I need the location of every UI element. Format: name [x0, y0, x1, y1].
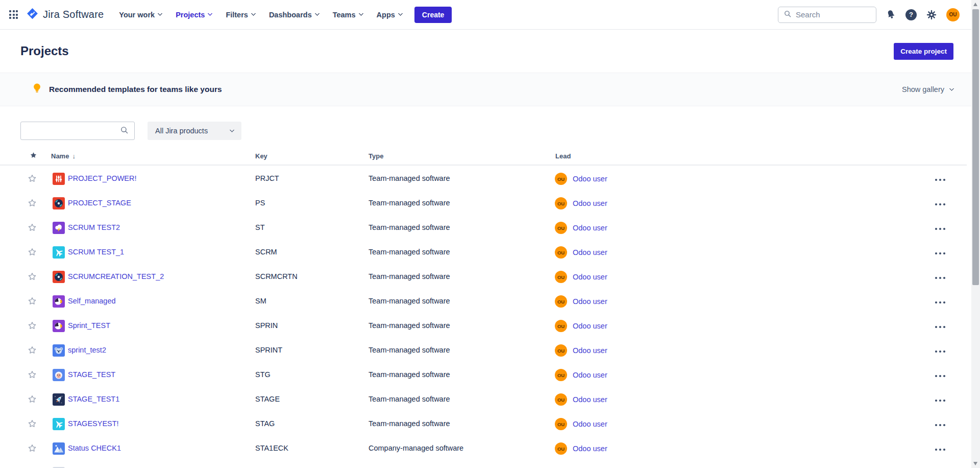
more-actions-button[interactable]: [934, 447, 946, 453]
page-title: Projects: [20, 44, 69, 58]
settings-gear-icon[interactable]: [926, 9, 937, 20]
favorite-star-icon[interactable]: [28, 394, 37, 405]
notifications-bell-icon[interactable]: [886, 9, 896, 20]
lead-name-link[interactable]: Odoo user: [573, 371, 607, 379]
more-actions-button[interactable]: [934, 324, 946, 330]
jira-diamond-icon: [26, 7, 39, 22]
table-header: Name ↓ Key Type Lead: [0, 150, 967, 166]
project-key: STA1ECK: [255, 444, 288, 452]
project-key: PRJCT: [255, 174, 279, 182]
more-actions-button[interactable]: [934, 422, 946, 428]
user-avatar[interactable]: OU: [946, 8, 960, 21]
project-name-link[interactable]: SCRUM TEST_1: [68, 248, 124, 256]
table-row: PROJECT_STAGE PS Team-managed software O…: [0, 191, 980, 216]
scroll-up-arrow-icon[interactable]: [973, 3, 977, 6]
project-name-link[interactable]: STAGE_TEST: [68, 370, 115, 379]
project-type: Team-managed software: [369, 346, 450, 354]
favorite-star-icon[interactable]: [28, 370, 37, 381]
lead-name-link[interactable]: Odoo user: [573, 248, 607, 256]
project-lead: OU Odoo user: [555, 222, 607, 234]
project-search-box[interactable]: [20, 122, 135, 140]
app-switcher-icon[interactable]: [9, 10, 18, 19]
create-project-button[interactable]: Create project: [894, 43, 953, 60]
project-name-link[interactable]: sprint_test2: [68, 346, 106, 354]
project-lead: OU Odoo user: [555, 442, 607, 455]
project-name-link[interactable]: STAGE_TEST1: [68, 395, 119, 403]
column-header-name[interactable]: Name ↓: [51, 152, 76, 160]
more-actions-button[interactable]: [934, 275, 946, 281]
show-gallery-button[interactable]: Show gallery: [902, 85, 953, 93]
more-actions-button[interactable]: [934, 348, 946, 355]
nav-item-projects[interactable]: Projects: [176, 11, 212, 19]
column-header-type[interactable]: Type: [369, 152, 383, 160]
favorite-star-icon[interactable]: [28, 223, 37, 233]
project-name-link[interactable]: PROJECT_STAGE: [68, 199, 131, 207]
project-lead: OU Odoo user: [555, 246, 607, 259]
project-name-link[interactable]: Self_managed: [68, 297, 116, 305]
table-row: SCRUM TEST_1 SCRM Team-managed software …: [0, 240, 980, 265]
create-button[interactable]: Create: [414, 7, 452, 23]
lightbulb-icon: [33, 83, 41, 97]
product-filter-dropdown[interactable]: All Jira products: [148, 122, 241, 140]
chevron-down-icon: [158, 11, 163, 16]
project-type: Team-managed software: [369, 248, 450, 256]
vertical-scrollbar[interactable]: [971, 0, 980, 468]
star-column-header-icon[interactable]: [30, 151, 37, 160]
lead-name-link[interactable]: Odoo user: [573, 297, 607, 306]
scroll-down-arrow-icon[interactable]: [973, 462, 977, 465]
lead-name-link[interactable]: Odoo user: [573, 346, 607, 355]
more-actions-button[interactable]: [934, 299, 946, 306]
global-search[interactable]: [778, 7, 876, 23]
project-name-link[interactable]: PROJECT_POWER!: [68, 174, 137, 182]
nav-item-teams[interactable]: Teams: [333, 11, 363, 19]
project-name-link[interactable]: SCRUMCREATION_TEST_2: [68, 272, 164, 280]
airplane-icon: [53, 418, 65, 430]
project-search-input[interactable]: [27, 127, 120, 135]
lead-name-link[interactable]: Odoo user: [573, 420, 607, 428]
scrollbar-thumb[interactable]: [972, 9, 979, 285]
favorite-star-icon[interactable]: [28, 321, 37, 332]
lead-name-link[interactable]: Odoo user: [573, 273, 607, 281]
search-input[interactable]: [796, 10, 862, 19]
favorite-star-icon[interactable]: [28, 247, 37, 258]
favorite-star-icon[interactable]: [28, 419, 37, 430]
project-name-link[interactable]: STAGESYEST!: [68, 419, 119, 428]
search-icon: [783, 10, 792, 20]
table-row: PROJECT_POWER! PRJCT Team-managed softwa…: [0, 167, 980, 191]
more-actions-button[interactable]: [934, 397, 946, 404]
favorite-star-icon[interactable]: [28, 296, 37, 307]
more-actions-button[interactable]: [934, 201, 946, 207]
lead-name-link[interactable]: Odoo user: [573, 444, 607, 453]
mountains-icon: [53, 442, 65, 455]
lead-name-link[interactable]: Odoo user: [573, 395, 607, 404]
column-header-lead[interactable]: Lead: [555, 152, 571, 160]
more-actions-button[interactable]: [934, 250, 946, 256]
favorite-star-icon[interactable]: [28, 272, 37, 283]
parrot-icon: [53, 320, 65, 332]
project-name-link[interactable]: Status CHECK1: [68, 444, 121, 452]
top-navbar: Jira Software Your work Projects Filters…: [0, 0, 980, 30]
lead-name-link[interactable]: Odoo user: [573, 175, 607, 183]
yeti-icon: [53, 369, 65, 381]
nav-item-filters[interactable]: Filters: [226, 11, 255, 19]
more-actions-button[interactable]: [934, 373, 946, 379]
favorite-star-icon[interactable]: [28, 443, 37, 454]
column-header-key[interactable]: Key: [255, 152, 267, 160]
more-actions-button[interactable]: [934, 177, 946, 183]
help-icon[interactable]: ?: [905, 9, 917, 20]
more-actions-button[interactable]: [934, 226, 946, 232]
project-type: Team-managed software: [369, 297, 450, 305]
lead-name-link[interactable]: Odoo user: [573, 199, 607, 207]
project-name-link[interactable]: Sprint_TEST: [68, 321, 110, 330]
lead-name-link[interactable]: Odoo user: [573, 322, 607, 330]
favorite-star-icon[interactable]: [28, 345, 37, 356]
favorite-star-icon[interactable]: [28, 198, 37, 209]
nav-item-dashboards[interactable]: Dashboards: [269, 11, 319, 19]
koala-icon: [53, 344, 65, 357]
nav-item-your-work[interactable]: Your work: [119, 11, 162, 19]
jira-logo[interactable]: Jira Software: [26, 7, 104, 22]
lead-name-link[interactable]: Odoo user: [573, 224, 607, 232]
nav-item-apps[interactable]: Apps: [377, 11, 402, 19]
favorite-star-icon[interactable]: [28, 174, 37, 184]
project-name-link[interactable]: SCRUM TEST2: [68, 223, 120, 231]
